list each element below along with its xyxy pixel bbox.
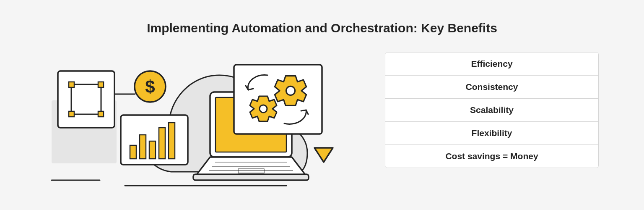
benefit-item-flexibility: Flexibility — [385, 122, 598, 145]
benefit-item-efficiency: Efficiency — [385, 52, 598, 76]
svg-text:$: $ — [145, 77, 155, 97]
svg-point-23 — [286, 86, 295, 95]
illustration-panel: $ — [45, 52, 347, 186]
svg-rect-9 — [130, 145, 136, 159]
svg-rect-2 — [69, 82, 74, 87]
svg-rect-0 — [58, 71, 114, 128]
svg-rect-13 — [169, 123, 175, 159]
illustration-svg: $ — [45, 52, 347, 186]
bar-chart-icon — [121, 115, 188, 165]
gears-window-icon — [234, 65, 322, 134]
cursor-icon — [314, 148, 333, 162]
dollar-coin-icon: $ — [135, 71, 166, 102]
benefit-item-consistency: Consistency — [385, 76, 598, 99]
content-row: $ — [0, 52, 644, 186]
svg-rect-3 — [98, 82, 104, 87]
slide-container: Implementing Automation and Orchestratio… — [0, 0, 644, 210]
svg-rect-4 — [69, 111, 74, 117]
slide-title: Implementing Automation and Orchestratio… — [147, 21, 497, 35]
bounding-box-icon — [58, 71, 114, 128]
svg-rect-10 — [140, 135, 146, 159]
svg-rect-5 — [98, 111, 104, 117]
svg-rect-16 — [193, 174, 309, 180]
svg-point-22 — [260, 105, 267, 113]
benefits-list: Efficiency Consistency Scalability Flexi… — [385, 52, 599, 168]
benefit-item-scalability: Scalability — [385, 99, 598, 122]
svg-rect-12 — [159, 128, 165, 159]
svg-rect-11 — [149, 141, 156, 159]
benefit-item-cost-savings: Cost savings = Money — [385, 145, 598, 168]
